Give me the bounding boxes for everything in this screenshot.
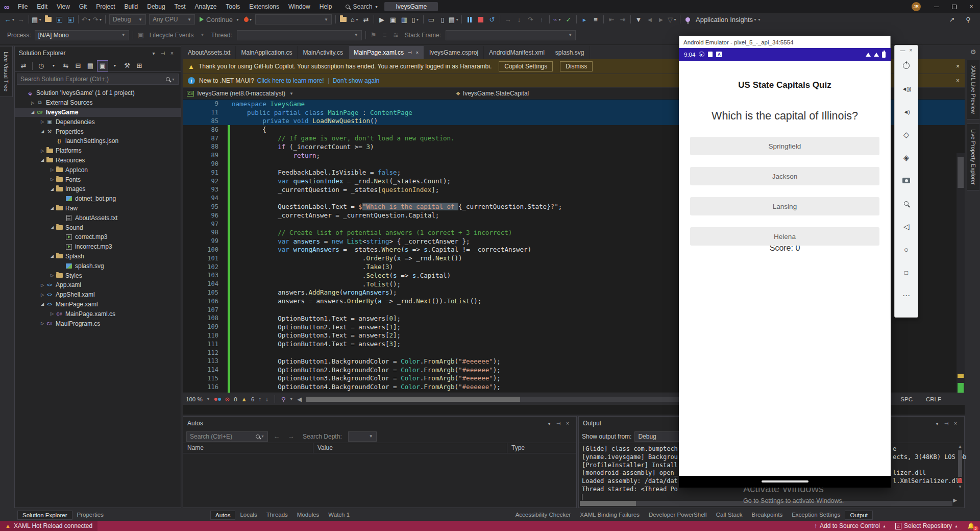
application-insights-label[interactable]: Application Insights▼▼ bbox=[694, 14, 763, 25]
collapsed-arrow-icon[interactable]: ▷ bbox=[39, 321, 45, 326]
expanded-arrow-icon[interactable]: ◢ bbox=[30, 110, 36, 114]
format-document-icon[interactable]: ≡ bbox=[590, 14, 601, 25]
expanded-arrow-icon[interactable]: ◢ bbox=[39, 302, 45, 306]
panel-tab-call-stack[interactable]: Call Stack bbox=[712, 511, 747, 520]
panel-tab-accessibility-checker[interactable]: Accessibility Checker bbox=[511, 511, 576, 520]
tree-item-appshell-xaml[interactable]: ▷<>AppShell.xaml bbox=[15, 290, 181, 300]
scrollbar-thumb[interactable] bbox=[580, 501, 636, 506]
properties-icon[interactable]: ▤ bbox=[85, 60, 96, 71]
chevron-down-icon[interactable]: ▼ bbox=[48, 60, 59, 71]
code-cleanup-icon[interactable]: ⚲ bbox=[281, 396, 285, 403]
dismiss-button[interactable]: Dismiss bbox=[560, 61, 593, 71]
selection-cursor-icon[interactable]: ▸ bbox=[579, 14, 590, 25]
panel-tab-autos[interactable]: Autos bbox=[210, 511, 235, 520]
phone-icon[interactable]: ▯ bbox=[437, 14, 448, 25]
collapsed-arrow-icon[interactable]: ▷ bbox=[39, 283, 45, 287]
errors-icon[interactable]: ⊗ bbox=[225, 396, 230, 403]
tab-live-visual-tree[interactable]: Live Visual Tree bbox=[0, 46, 13, 97]
emulator-title-bar[interactable]: Android Emulator - pixel_5_-_api_34:5554 bbox=[679, 36, 891, 48]
deploy-icon[interactable]: ▶ bbox=[376, 14, 387, 25]
column-name[interactable]: Name bbox=[183, 443, 313, 453]
tree-item-mauiprogram-cs[interactable]: ▷C#MauiProgram.cs bbox=[15, 319, 181, 328]
tree-item-launchsettings-json[interactable]: {}launchSettings.json bbox=[15, 136, 181, 146]
menu-window[interactable]: Window bbox=[284, 0, 315, 13]
tree-item-splash[interactable]: ◢Splash bbox=[15, 252, 181, 261]
pin-icon[interactable]: ⊣ bbox=[554, 421, 563, 426]
menu-git[interactable]: Git bbox=[75, 0, 91, 13]
menu-extensions[interactable]: Extensions bbox=[244, 0, 284, 13]
pin-icon[interactable]: ⊣ bbox=[158, 51, 167, 56]
solution-configurations-dropdown[interactable]: Debug▼ bbox=[109, 14, 146, 25]
quiz-option-jackson[interactable]: Jackson bbox=[690, 167, 879, 185]
add-to-source-control-button[interactable]: ↑ Add to Source Control ▲ bbox=[814, 522, 886, 529]
tree-item-platforms[interactable]: ▷Platforms bbox=[15, 146, 181, 156]
column-type[interactable]: Type bbox=[507, 443, 576, 453]
tree-item-aboutassets-txt[interactable]: AboutAssets.txt bbox=[15, 213, 181, 223]
tree-item-mainpage-xaml-cs[interactable]: ▷C#MainPage.xaml.cs bbox=[15, 309, 181, 319]
collapsed-arrow-icon[interactable]: ▷ bbox=[49, 273, 55, 278]
panel-tab-developer-powershell[interactable]: Developer PowerShell bbox=[644, 511, 712, 520]
panel-tab-output[interactable]: Output bbox=[845, 511, 873, 520]
collapsed-arrow-icon[interactable]: ▷ bbox=[39, 119, 45, 124]
menu-debug[interactable]: Debug bbox=[142, 0, 169, 13]
prev-issue-icon[interactable]: ↑ bbox=[258, 396, 261, 402]
find-in-files-icon[interactable] bbox=[338, 14, 349, 25]
panel-tab-locals[interactable]: Locals bbox=[235, 511, 261, 520]
new-file[interactable]: ▤▼ bbox=[31, 14, 42, 25]
solution-platforms-dropdown[interactable]: Any CPU▼ bbox=[149, 14, 195, 25]
pause-button[interactable] bbox=[464, 14, 475, 25]
expanded-arrow-icon[interactable]: ◢ bbox=[49, 187, 55, 191]
screenshot-button[interactable] bbox=[895, 169, 918, 192]
chevron-down-icon[interactable]: ▾ bbox=[149, 51, 158, 56]
search-box[interactable]: Search ▾ bbox=[346, 3, 377, 10]
scroll-left-icon[interactable]: ◀ bbox=[297, 396, 302, 403]
autos-search-input[interactable]: Search (Ctrl+E) ▼ bbox=[186, 431, 268, 442]
tree-item-dotnet-bot-png[interactable]: dotnet_bot.png bbox=[15, 194, 181, 204]
search-depth-dropdown[interactable]: ▼ bbox=[348, 431, 377, 442]
panel-tab-exception-settings[interactable]: Exception Settings bbox=[787, 511, 845, 520]
home-button[interactable]: ○ bbox=[895, 238, 918, 261]
minimize-button[interactable] bbox=[928, 0, 945, 13]
rotate-right-button[interactable]: ◈ bbox=[895, 146, 918, 169]
quiz-option-helena[interactable]: Helena bbox=[690, 227, 879, 246]
collapsed-arrow-icon[interactable]: ▷ bbox=[49, 311, 55, 316]
sync-with-active-document-icon[interactable]: ⇆ bbox=[60, 60, 71, 71]
terminal-icon[interactable]: ▥ bbox=[399, 14, 410, 25]
breadcrumb-type-dropdown[interactable]: IveysGame.StateCapital bbox=[463, 90, 529, 97]
spell-check-icon[interactable]: ✓ bbox=[563, 14, 574, 25]
tree-item-app-xaml[interactable]: ▷<>App.xaml bbox=[15, 280, 181, 290]
open-folder[interactable] bbox=[42, 14, 54, 25]
lifecycle-events-label[interactable]: Lifecycle Events bbox=[150, 32, 194, 39]
gesture-pill[interactable] bbox=[762, 480, 808, 482]
tree-item-iveysgame[interactable]: ◢C#IveysGame bbox=[15, 108, 181, 117]
scrollbar-thumb[interactable] bbox=[306, 397, 520, 402]
collapsed-arrow-icon[interactable]: ▷ bbox=[39, 149, 45, 153]
wrench-icon[interactable]: ⚒ bbox=[121, 60, 133, 71]
collapsed-arrow-icon[interactable]: ▷ bbox=[49, 177, 55, 182]
tree-item-correct-mp3[interactable]: correct.mp3 bbox=[15, 232, 181, 242]
menu-test[interactable]: Test bbox=[170, 0, 190, 13]
increase-indent-icon[interactable]: ⇥ bbox=[617, 14, 628, 25]
expanded-arrow-icon[interactable]: ◢ bbox=[49, 225, 55, 230]
expanded-arrow-icon[interactable]: ◢ bbox=[39, 129, 45, 134]
device-mirror-icon[interactable]: ▯▼ bbox=[410, 14, 421, 25]
android-device-manager-icon[interactable]: ▣ bbox=[387, 14, 399, 25]
close-icon[interactable]: × bbox=[167, 51, 177, 56]
close-icon[interactable]: × bbox=[956, 63, 960, 70]
scroll-down-icon[interactable]: ▼ bbox=[957, 485, 964, 489]
collapsed-arrow-icon[interactable]: ▷ bbox=[49, 167, 55, 172]
select-repository-button[interactable]: ⌂ Select Repository ▲ bbox=[895, 522, 958, 529]
print-preview-icon[interactable]: ▤▼ bbox=[448, 14, 459, 25]
power-button[interactable] bbox=[895, 54, 918, 77]
code-analysis-icon[interactable]: ⌁▼ bbox=[552, 14, 563, 25]
gear-icon[interactable]: ⚙ bbox=[970, 48, 976, 56]
zoom-button[interactable] bbox=[895, 192, 918, 215]
line-ending-indicator[interactable]: CRLF bbox=[926, 396, 941, 402]
prev-bookmark-icon[interactable]: ◄ bbox=[644, 14, 655, 25]
save-all[interactable] bbox=[65, 14, 76, 25]
collapsed-arrow-icon[interactable]: ▷ bbox=[30, 101, 36, 105]
tab-androidmanifest-xml[interactable]: AndroidManifest.xml bbox=[484, 46, 550, 59]
continue-button[interactable]: Continue▼ bbox=[197, 14, 242, 25]
redo[interactable]: ↷▼ bbox=[92, 14, 103, 25]
menu-analyze[interactable]: Analyze bbox=[190, 0, 222, 13]
